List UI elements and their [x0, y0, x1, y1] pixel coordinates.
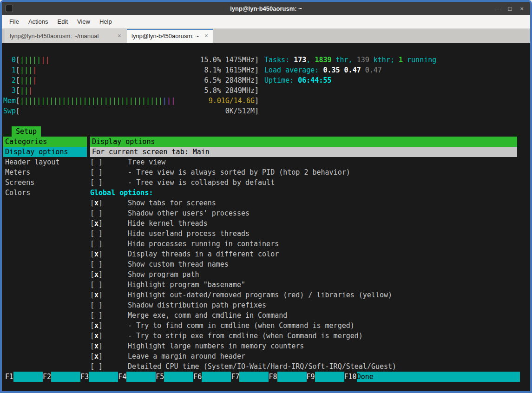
- setup-option[interactable]: [x]Highlight out-dated/removed programs …: [90, 290, 517, 300]
- window-controls: – □ ×: [496, 5, 524, 12]
- menu-item[interactable]: Actions: [24, 18, 53, 25]
- swap-bar: [20, 106, 225, 116]
- checkbox-mark[interactable]: [94, 310, 99, 321]
- cpu1-bar: ||||: [20, 65, 204, 75]
- function-key-label[interactable]: [202, 372, 231, 382]
- setup-option[interactable]: [x]Show program path: [90, 269, 517, 280]
- function-key[interactable]: F1: [5, 372, 43, 382]
- option-label: Highlight program "basename": [128, 280, 245, 290]
- setup-category-item[interactable]: Header layout: [3, 157, 87, 167]
- setup-option[interactable]: [x]Show tabs for screens: [90, 198, 517, 208]
- setup-option[interactable]: [ ]Shadow other users' processes: [90, 208, 517, 218]
- setup-option[interactable]: [x]Hide kernel threads: [90, 218, 517, 229]
- menu-item[interactable]: Help: [95, 18, 117, 25]
- function-key[interactable]: F7: [231, 372, 269, 382]
- checkbox-mark[interactable]: x: [94, 321, 99, 331]
- terminal-tab[interactable]: lynp@lyn-b450aorusm: ~ ×: [126, 29, 213, 43]
- setup-category-item[interactable]: Display options: [3, 147, 87, 157]
- checkbox-mark[interactable]: x: [94, 351, 99, 361]
- setup-option[interactable]: [ ]Highlight program "basename": [90, 280, 517, 290]
- checkbox-mark[interactable]: x: [94, 341, 99, 351]
- option-gap: [103, 361, 128, 372]
- setup-category-item[interactable]: Meters: [3, 167, 87, 177]
- option-label: - Tree view is collapsed by default: [128, 177, 275, 188]
- checkbox-mark[interactable]: [94, 177, 99, 188]
- function-key-label[interactable]: [164, 372, 193, 382]
- option-gap: [103, 208, 128, 218]
- terminal-tab[interactable]: lynp@lyn-b450aorusm: ~/manual ×: [5, 29, 126, 43]
- setup-option[interactable]: [ ]Hide userland process threads: [90, 229, 517, 239]
- setup-option[interactable]: [ ]- Tree view is always sorted by PID (…: [90, 167, 517, 177]
- setup-option[interactable]: [ ]Merge exe, comm and cmdline in Comman…: [90, 310, 517, 321]
- checkbox-open-bracket: [: [90, 208, 94, 218]
- function-key[interactable]: F8: [269, 372, 306, 382]
- option-label: Show custom thread names: [128, 259, 229, 269]
- checkbox-mark[interactable]: x: [94, 218, 99, 229]
- cpu1-row: 1[||||8.1% 1615MHz] Load average: 0.35 0…: [3, 65, 530, 75]
- function-key-label[interactable]: [13, 372, 43, 382]
- checkbox-mark[interactable]: x: [94, 269, 99, 280]
- setup-option[interactable]: [ ]Hide processes running in containers: [90, 239, 517, 249]
- menu-item[interactable]: View: [72, 18, 95, 25]
- function-key[interactable]: F3: [80, 372, 118, 382]
- checkbox-mark[interactable]: [94, 239, 99, 249]
- setup-category-item[interactable]: Colors: [3, 188, 87, 198]
- function-key[interactable]: F9: [307, 372, 344, 382]
- menu-item[interactable]: File: [5, 18, 24, 25]
- memory-bar: |||||||||||||||||||||||||||||||||||||: [20, 96, 209, 106]
- menu-item[interactable]: Edit: [53, 18, 72, 25]
- checkbox-mark[interactable]: [94, 229, 99, 239]
- tab-close-icon[interactable]: ×: [112, 32, 121, 39]
- function-key[interactable]: F10Done: [344, 372, 520, 382]
- category-label: Meters: [5, 167, 30, 177]
- function-key-label[interactable]: [315, 372, 344, 382]
- function-key-name: F2: [43, 372, 51, 382]
- titlebar[interactable]: lynp@lyn-b450aorusm: ~ – □ ×: [2, 2, 530, 15]
- checkbox-mark[interactable]: [94, 167, 99, 177]
- setup-option[interactable]: [x]- Try to strip exe from cmdline (when…: [90, 331, 517, 341]
- checkbox-mark[interactable]: x: [94, 249, 99, 259]
- function-key-label[interactable]: [51, 372, 80, 382]
- checkbox-mark[interactable]: [94, 157, 99, 167]
- checkbox-mark[interactable]: [94, 208, 99, 218]
- function-key-label[interactable]: [239, 372, 269, 382]
- setup-category-item[interactable]: Screens: [3, 177, 87, 188]
- option-gap: [103, 229, 128, 239]
- checkbox-mark[interactable]: [94, 259, 99, 269]
- setup-option[interactable]: [x]- Try to find comm in cmdline (when C…: [90, 321, 517, 331]
- function-key-label[interactable]: [277, 372, 307, 382]
- checkbox-mark[interactable]: [94, 280, 99, 290]
- swap-row: Swp[0K/512M]: [3, 106, 530, 116]
- setup-option[interactable]: [x]Leave a margin around header: [90, 351, 517, 361]
- setup-option[interactable]: [ ]Detailed CPU time (System/IO-Wait/Har…: [90, 361, 517, 372]
- restore-icon[interactable]: □: [508, 5, 512, 12]
- setup-option[interactable]: [ ]Tree view: [90, 157, 517, 167]
- function-key-label[interactable]: [126, 372, 156, 382]
- close-icon[interactable]: ×: [520, 5, 524, 12]
- memory-meter: Mem[||||||||||||||||||||||||||||||||||||…: [3, 96, 259, 106]
- function-key[interactable]: F5: [156, 372, 193, 382]
- checkbox-mark[interactable]: [94, 361, 99, 372]
- cpu1-value: 8.1% 1615MHz: [204, 65, 255, 75]
- setup-option[interactable]: [x]Highlight large numbers in memory cou…: [90, 341, 517, 351]
- function-key-label[interactable]: Done: [357, 372, 520, 382]
- checkbox-mark[interactable]: x: [94, 290, 99, 300]
- terminal-screen[interactable]: 0[|||||||15.0% 1475MHz] Tasks: 173, 1839…: [2, 43, 530, 391]
- setup-option[interactable]: [ ]Show custom thread names: [90, 259, 517, 269]
- minimize-icon[interactable]: –: [496, 5, 499, 12]
- function-key[interactable]: F2: [43, 372, 80, 382]
- function-key[interactable]: F6: [193, 372, 231, 382]
- checkbox-mark[interactable]: [94, 300, 99, 310]
- tab-close-icon[interactable]: ×: [199, 32, 208, 39]
- setup-option[interactable]: Global options:: [90, 188, 517, 198]
- setup-option[interactable]: [ ]- Tree view is collapsed by default: [90, 177, 517, 188]
- function-key[interactable]: F4: [118, 372, 156, 382]
- checkbox-mark[interactable]: x: [94, 198, 99, 208]
- setup-option[interactable]: [x]Display threads in a different color: [90, 249, 517, 259]
- checkbox-mark[interactable]: x: [94, 331, 99, 341]
- checkbox-open-bracket: [: [90, 259, 94, 269]
- cpu2-bar: ||||: [20, 75, 204, 85]
- function-key-label[interactable]: [89, 372, 118, 382]
- setup-option[interactable]: [ ]Shadow distribution path prefixes: [90, 300, 517, 310]
- checkbox-open-bracket: [: [90, 290, 94, 300]
